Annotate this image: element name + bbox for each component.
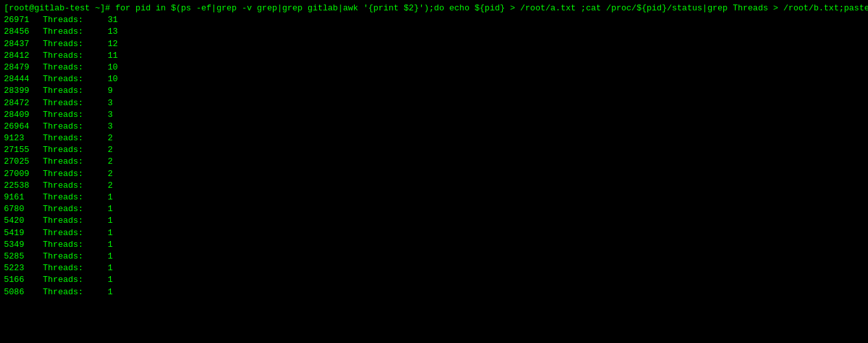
threads-value: 1 <box>108 262 113 274</box>
threads-label: Threads: <box>43 121 108 133</box>
threads-value: 31 <box>108 14 118 26</box>
pid-value: 28399 <box>4 85 43 97</box>
threads-value: 1 <box>108 203 113 215</box>
threads-value: 2 <box>108 168 113 180</box>
threads-label: Threads: <box>43 133 108 144</box>
pid-value: 28412 <box>4 50 43 62</box>
threads-value: 1 <box>108 286 113 298</box>
table-row: 28409Threads:3 <box>4 109 864 121</box>
table-row: 27009Threads:2 <box>4 168 864 180</box>
pid-value: 5420 <box>4 215 43 227</box>
pid-value: 27009 <box>4 168 43 180</box>
table-row: 26971Threads:31 <box>4 14 864 26</box>
threads-value: 1 <box>108 192 113 203</box>
threads-label: Threads: <box>43 14 108 26</box>
threads-label: Threads: <box>43 251 108 262</box>
table-row: 5285Threads:1 <box>4 251 864 262</box>
threads-label: Threads: <box>43 38 108 50</box>
threads-value: 2 <box>108 180 113 192</box>
threads-label: Threads: <box>43 239 108 251</box>
pid-value: 9123 <box>4 133 43 144</box>
threads-value: 3 <box>108 121 113 133</box>
table-row: 22538Threads:2 <box>4 180 864 192</box>
threads-value: 3 <box>108 109 113 121</box>
threads-label: Threads: <box>43 286 108 298</box>
threads-label: Threads: <box>43 156 108 168</box>
table-row: 5086Threads:1 <box>4 286 864 298</box>
pid-value: 5223 <box>4 262 43 274</box>
pid-value: 9161 <box>4 192 43 203</box>
pid-value: 6780 <box>4 203 43 215</box>
threads-value: 1 <box>108 239 113 251</box>
threads-label: Threads: <box>43 50 108 62</box>
pid-value: 22538 <box>4 180 43 192</box>
command-line: [root@gitlab-test ~]# for pid in $(ps -e… <box>4 3 864 14</box>
pid-value: 27155 <box>4 144 43 156</box>
threads-label: Threads: <box>43 109 108 121</box>
pid-value: 5419 <box>4 227 43 239</box>
pid-value: 28409 <box>4 109 43 121</box>
threads-value: 2 <box>108 156 113 168</box>
pid-value: 28472 <box>4 97 43 109</box>
pid-value: 28444 <box>4 73 43 85</box>
threads-value: 10 <box>108 62 118 73</box>
table-row: 5166Threads:1 <box>4 274 864 286</box>
threads-label: Threads: <box>43 215 108 227</box>
threads-value: 1 <box>108 215 113 227</box>
threads-label: Threads: <box>43 73 108 85</box>
table-row: 27025Threads:2 <box>4 156 864 168</box>
threads-value: 9 <box>108 85 113 97</box>
threads-value: 3 <box>108 97 113 109</box>
threads-value: 1 <box>108 274 113 286</box>
threads-label: Threads: <box>43 85 108 97</box>
table-row: 28456Threads:13 <box>4 26 864 38</box>
table-row: 5420Threads:1 <box>4 215 864 227</box>
table-row: 27155Threads:2 <box>4 144 864 156</box>
table-row: 28437Threads:12 <box>4 38 864 50</box>
threads-label: Threads: <box>43 26 108 38</box>
pid-value: 28437 <box>4 38 43 50</box>
table-row: 5349Threads:1 <box>4 239 864 251</box>
threads-label: Threads: <box>43 168 108 180</box>
threads-label: Threads: <box>43 203 108 215</box>
pid-value: 26971 <box>4 14 43 26</box>
threads-label: Threads: <box>43 62 108 73</box>
threads-label: Threads: <box>43 180 108 192</box>
table-row: 5419Threads:1 <box>4 227 864 239</box>
threads-value: 12 <box>108 38 118 50</box>
table-row: 6780Threads:1 <box>4 203 864 215</box>
threads-value: 1 <box>108 251 113 262</box>
table-row: 28472Threads:3 <box>4 97 864 109</box>
table-row: 9123Threads:2 <box>4 133 864 144</box>
threads-label: Threads: <box>43 144 108 156</box>
table-row: 28399Threads:9 <box>4 85 864 97</box>
pid-value: 5285 <box>4 251 43 262</box>
pid-value: 5166 <box>4 274 43 286</box>
output-rows: 26971Threads:3128456Threads:1328437Threa… <box>4 14 864 298</box>
threads-label: Threads: <box>43 227 108 239</box>
table-row: 5223Threads:1 <box>4 262 864 274</box>
threads-value: 1 <box>108 227 113 239</box>
threads-value: 11 <box>108 50 118 62</box>
threads-value: 2 <box>108 144 113 156</box>
threads-label: Threads: <box>43 192 108 203</box>
threads-label: Threads: <box>43 262 108 274</box>
pid-value: 26964 <box>4 121 43 133</box>
threads-label: Threads: <box>43 274 108 286</box>
threads-value: 2 <box>108 133 113 144</box>
pid-value: 27025 <box>4 156 43 168</box>
threads-value: 10 <box>108 73 118 85</box>
table-row: 28412Threads:11 <box>4 50 864 62</box>
threads-label: Threads: <box>43 97 108 109</box>
table-row: 28444Threads:10 <box>4 73 864 85</box>
pid-value: 28479 <box>4 62 43 73</box>
table-row: 26964Threads:3 <box>4 121 864 133</box>
table-row: 28479Threads:10 <box>4 62 864 73</box>
pid-value: 28456 <box>4 26 43 38</box>
pid-value: 5349 <box>4 239 43 251</box>
pid-value: 5086 <box>4 286 43 298</box>
table-row: 9161Threads:1 <box>4 192 864 203</box>
threads-value: 13 <box>108 26 118 38</box>
